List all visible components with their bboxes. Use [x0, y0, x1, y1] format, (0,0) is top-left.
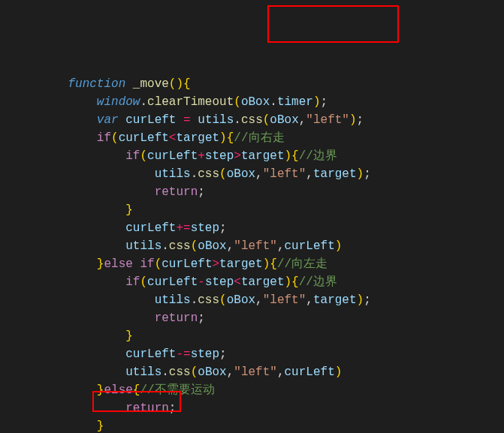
code-line: utils.css(oBox,"left",curLeft): [3, 237, 504, 255]
code-line: if(curLeft<target){//向右走: [3, 129, 504, 147]
object-window: window: [97, 95, 140, 109]
comment: //边界: [299, 275, 337, 289]
code-line: curLeft+=step;: [3, 219, 504, 237]
code-line: }else{//不需要运动: [3, 381, 504, 399]
code-line: }: [3, 417, 504, 433]
code-line: if(curLeft-step<target){//边界: [3, 273, 504, 291]
code-line: function _move(){: [3, 75, 504, 93]
keyword-var: var: [97, 113, 119, 127]
comment: //向左走: [277, 257, 327, 271]
code-line: return;: [3, 399, 504, 417]
code-line: utils.css(oBox,"left",target);: [3, 291, 504, 309]
code-line: window.clearTimeout(oBox.timer);: [3, 93, 504, 111]
code-line: return;: [3, 183, 504, 201]
keyword-function: function: [68, 77, 125, 91]
comment: //向右走: [234, 131, 284, 145]
comment: //不需要运动: [140, 383, 214, 397]
keyword-return: return: [155, 185, 198, 199]
highlight-box-1: [267, 5, 399, 43]
code-line: if(curLeft+step>target){//边界: [3, 147, 504, 165]
comment: //边界: [299, 149, 337, 163]
code-editor[interactable]: function _move(){ window.clearTimeout(oB…: [3, 75, 504, 433]
code-line: utils.css(oBox,"left",curLeft): [3, 363, 504, 381]
code-line: }: [3, 201, 504, 219]
code-line: }: [3, 327, 504, 345]
code-line: return;: [3, 309, 504, 327]
function-name: _move: [133, 77, 169, 91]
code-line: }else if(curLeft>target){//向左走: [3, 255, 504, 273]
code-line: var curLeft = utils.css(oBox,"left");: [3, 111, 504, 129]
fn-clearTimeout: clearTimeout: [147, 95, 234, 109]
code-line: curLeft-=step;: [3, 345, 504, 363]
code-line: utils.css(oBox,"left",target);: [3, 165, 504, 183]
